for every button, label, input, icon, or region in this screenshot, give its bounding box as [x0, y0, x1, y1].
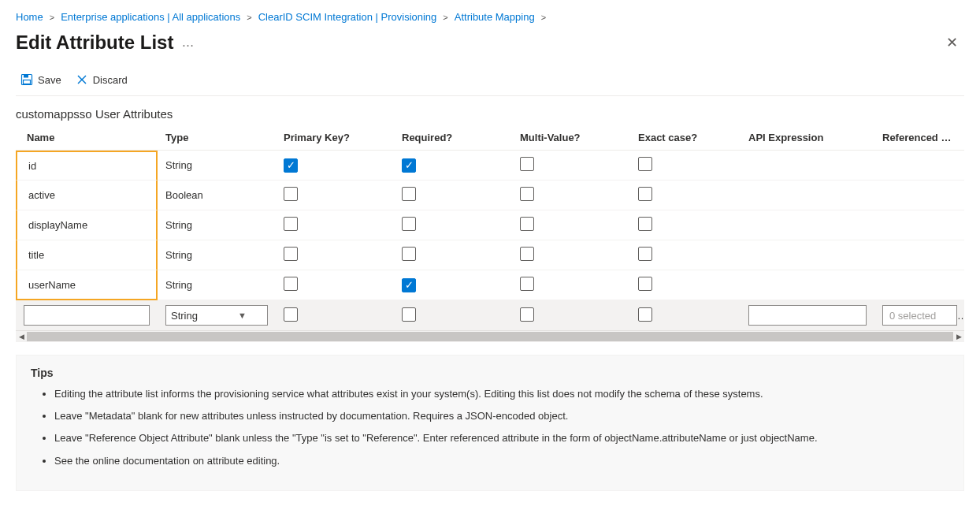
attr-type: String — [158, 270, 276, 300]
api-expression-cell — [741, 151, 874, 181]
api-expression-cell — [741, 181, 874, 210]
discard-button[interactable]: Discard — [76, 73, 128, 86]
primary-key-checkbox[interactable] — [284, 247, 298, 261]
table-row[interactable]: userName String — [16, 270, 964, 300]
exact-case-checkbox[interactable] — [638, 217, 652, 231]
col-exact-case[interactable]: Exact case? — [630, 125, 741, 151]
new-ref-placeholder: 0 selected — [889, 310, 936, 322]
table-row[interactable]: title String — [16, 240, 964, 270]
scroll-left-arrow-icon[interactable]: ◀ — [16, 331, 27, 342]
required-checkbox[interactable] — [402, 278, 416, 292]
new-name-input[interactable] — [24, 305, 150, 326]
attribute-grid: Name Type Primary Key? Required? Multi-V… — [16, 125, 964, 342]
breadcrumb-link-attribute-mapping[interactable]: Attribute Mapping — [455, 11, 535, 23]
tip-item: Leave "Metadata" blank for new attribute… — [54, 409, 949, 423]
primary-key-checkbox[interactable] — [284, 158, 298, 173]
section-title: customappsso User Attributes — [16, 96, 964, 125]
new-type-value: String — [171, 310, 198, 322]
grid-header: Name Type Primary Key? Required? Multi-V… — [16, 125, 964, 151]
col-name[interactable]: Name — [16, 125, 158, 151]
multi-value-checkbox[interactable] — [520, 247, 534, 261]
multi-value-checkbox[interactable] — [520, 187, 534, 201]
multi-value-checkbox[interactable] — [520, 277, 534, 291]
new-required-checkbox[interactable] — [402, 307, 416, 322]
new-exact-case-checkbox[interactable] — [638, 307, 652, 322]
tip-item: Editing the attribute list informs the p… — [54, 387, 949, 401]
exact-case-checkbox[interactable] — [638, 187, 652, 201]
ref-object-cell — [874, 210, 964, 240]
primary-key-checkbox[interactable] — [284, 187, 298, 201]
col-type[interactable]: Type — [158, 125, 276, 151]
svg-rect-2 — [24, 80, 31, 84]
ref-object-cell — [874, 270, 964, 300]
new-primary-key-checkbox[interactable] — [284, 307, 298, 322]
chevron-down-icon: ▼ — [238, 311, 247, 320]
attr-name: active — [16, 181, 158, 210]
attr-name: id — [16, 151, 158, 181]
exact-case-checkbox[interactable] — [638, 277, 652, 291]
attr-name: title — [16, 240, 158, 270]
chevron-right-icon: > — [50, 13, 54, 22]
attr-type: Boolean — [158, 181, 276, 210]
breadcrumb-link-enterprise-apps[interactable]: Enterprise applications | All applicatio… — [61, 11, 240, 23]
horizontal-scrollbar[interactable]: ◀ ▶ — [16, 331, 964, 342]
col-primary-key[interactable]: Primary Key? — [276, 125, 394, 151]
ref-object-cell — [874, 151, 964, 181]
api-expression-cell — [741, 270, 874, 300]
api-expression-cell — [741, 210, 874, 240]
tip-item: Leave "Reference Object Attribute" blank… — [54, 431, 949, 445]
discard-label: Discard — [93, 74, 128, 86]
close-button[interactable]: ✕ — [940, 31, 964, 54]
tip-item: See the online documentation on attribut… — [54, 454, 949, 468]
new-attribute-row: String ▼ 0 selected — [16, 300, 964, 331]
col-api-expression[interactable]: API Expression — [741, 125, 874, 151]
breadcrumb-link-clearid[interactable]: ClearID SCIM Integration | Provisioning — [258, 11, 437, 23]
required-checkbox[interactable] — [402, 217, 416, 231]
required-checkbox[interactable] — [402, 158, 416, 173]
scroll-track[interactable] — [27, 332, 953, 341]
ref-object-cell — [874, 181, 964, 210]
required-checkbox[interactable] — [402, 247, 416, 261]
exact-case-checkbox[interactable] — [638, 157, 652, 171]
breadcrumb: Home > Enterprise applications | All app… — [16, 8, 964, 31]
table-row[interactable]: displayName String — [16, 210, 964, 240]
more-icon[interactable]: … — [181, 35, 195, 50]
scroll-right-arrow-icon[interactable]: ▶ — [953, 331, 964, 342]
save-label: Save — [38, 74, 61, 86]
tips-panel: Tips Editing the attribute list informs … — [16, 355, 964, 491]
primary-key-checkbox[interactable] — [284, 277, 298, 291]
col-referenced-object[interactable]: Referenced Obje — [874, 125, 964, 151]
new-ref-object-select[interactable]: 0 selected — [882, 305, 957, 326]
svg-rect-1 — [24, 75, 28, 78]
page-title: Edit Attribute List — [16, 32, 173, 54]
attr-name: displayName — [16, 210, 158, 240]
exact-case-checkbox[interactable] — [638, 247, 652, 261]
attr-type: String — [158, 210, 276, 240]
save-icon — [20, 73, 33, 86]
new-api-expression-input[interactable] — [748, 305, 867, 326]
primary-key-checkbox[interactable] — [284, 217, 298, 231]
tips-title: Tips — [31, 367, 949, 379]
chevron-right-icon: > — [247, 13, 251, 22]
attr-name: userName — [16, 270, 158, 300]
required-checkbox[interactable] — [402, 187, 416, 201]
api-expression-cell — [741, 240, 874, 270]
multi-value-checkbox[interactable] — [520, 217, 534, 231]
chevron-right-icon: > — [541, 13, 546, 22]
col-multi-value[interactable]: Multi-Value? — [512, 125, 630, 151]
ref-object-cell — [874, 240, 964, 270]
new-multi-value-checkbox[interactable] — [520, 307, 534, 322]
table-row[interactable]: id String — [16, 151, 964, 181]
table-row[interactable]: active Boolean — [16, 181, 964, 210]
discard-icon — [76, 73, 88, 86]
save-button[interactable]: Save — [20, 73, 61, 86]
toolbar: Save Discard — [16, 67, 964, 96]
attr-type: String — [158, 151, 276, 181]
col-required[interactable]: Required? — [394, 125, 512, 151]
multi-value-checkbox[interactable] — [520, 157, 534, 171]
title-row: Edit Attribute List … ✕ — [16, 31, 964, 67]
new-type-select[interactable]: String ▼ — [165, 305, 268, 326]
attr-type: String — [158, 240, 276, 270]
chevron-right-icon: > — [443, 13, 447, 22]
breadcrumb-link-home[interactable]: Home — [16, 11, 43, 23]
